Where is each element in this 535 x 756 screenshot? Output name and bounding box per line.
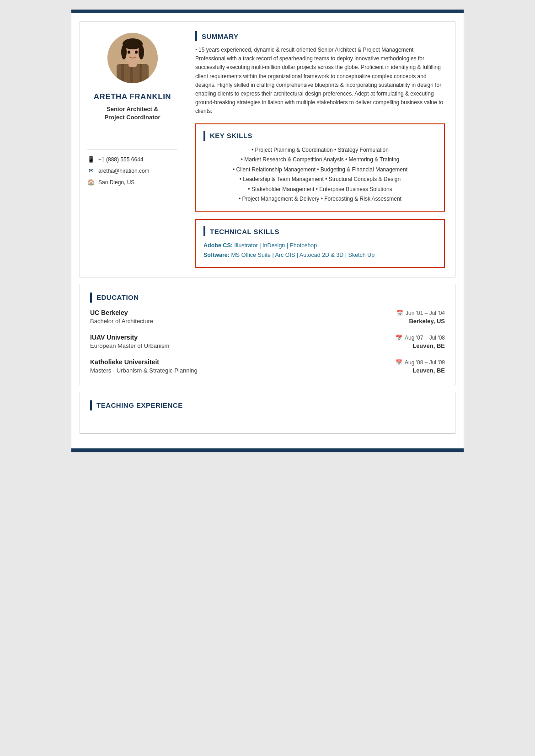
calendar-icon: 📅 <box>396 335 402 341</box>
key-skills-title: KEY SKILLS <box>210 132 252 139</box>
location-contact: 🏠 San Diego, US <box>87 179 177 186</box>
education-bar <box>90 293 92 303</box>
education-title: EDUCATION <box>96 293 139 301</box>
education-entries: UC Berkeley 📅 Jun '01 – Jul '04 Bachelor… <box>90 309 445 377</box>
email-icon: ✉ <box>87 167 95 174</box>
education-entry: UC Berkeley 📅 Jun '01 – Jul '04 Bachelor… <box>90 309 445 327</box>
tech-skill-line: Adobe CS: Illustrator | InDesign | Photo… <box>203 241 437 250</box>
key-skills-section: KEY SKILLS Project Planning & Coordinati… <box>195 123 445 212</box>
tech-skills-lines: Adobe CS: Illustrator | InDesign | Photo… <box>203 241 437 261</box>
tech-skill-line: Software: MS Office Suite | Arc GIS | Au… <box>203 250 437 260</box>
skill-item: Stakeholder Management • Enterprise Busi… <box>203 185 437 195</box>
education-entry: Katholieke Universiteit 📅 Aug '08 – Jul … <box>90 358 445 377</box>
skill-item: Market Research & Competition Analysis •… <box>203 155 437 165</box>
education-entry: IUAV University 📅 Aug '07 – Jul '08 Euro… <box>90 334 445 352</box>
candidate-title: Senior Architect & Project Coordinator <box>104 105 160 122</box>
education-heading: EDUCATION <box>90 293 445 303</box>
svg-point-9 <box>139 45 144 59</box>
top-bar <box>71 10 464 13</box>
key-skills-heading: KEY SKILLS <box>203 131 437 141</box>
skills-list: Project Planning & Coordination • Strate… <box>203 145 437 205</box>
candidate-name: ARETHA FRANKLiN <box>94 92 171 101</box>
technical-skills-section: TECHNICAL SKILLS Adobe CS: Illustrator |… <box>195 219 445 268</box>
svg-point-11 <box>135 51 138 54</box>
phone-icon: 📱 <box>87 156 95 163</box>
skill-item: Leadership & Team Management • Structura… <box>203 175 437 185</box>
edu-degree: Masters - Urbanism & Strategic Planning <box>90 367 198 374</box>
svg-point-8 <box>121 45 127 59</box>
svg-point-10 <box>128 51 130 54</box>
technical-skills-heading: TECHNICAL SKILLS <box>203 226 437 236</box>
edu-institution: UC Berkeley <box>90 309 128 316</box>
edu-institution: Katholieke Universiteit <box>90 358 159 366</box>
summary-heading: SUMMARY <box>195 31 445 41</box>
edu-institution: IUAV University <box>90 334 138 341</box>
teaching-title: TEACHING EXPERIENCE <box>96 401 183 409</box>
skill-item: Project Management & Delivery • Forecast… <box>203 194 437 204</box>
technical-skills-bar <box>203 226 205 236</box>
technical-skills-title: TECHNICAL SKILLS <box>210 228 279 235</box>
summary-title: SUMMARY <box>202 32 238 40</box>
edu-date: 📅 Aug '07 – Jul '08 <box>396 335 445 341</box>
skill-item: Client Relationship Management • Budgeti… <box>203 165 437 175</box>
edu-date: 📅 Jun '01 – Jul '04 <box>396 310 445 316</box>
edu-degree: Bachelor of Architecture <box>90 318 153 325</box>
location-value: San Diego, US <box>98 179 134 186</box>
top-section: ARETHA FRANKLiN Senior Architect & Proje… <box>80 21 455 277</box>
main-content: SUMMARY ~15 years experienced, dynamic &… <box>185 22 455 277</box>
contact-section: 📱 +1 (888) 555 6644 ✉ aretha@hiration.co… <box>87 149 177 190</box>
teaching-heading: TEACHING EXPERIENCE <box>90 400 445 410</box>
edu-location: Leuven, BE <box>412 342 445 349</box>
phone-contact: 📱 +1 (888) 555 6644 <box>87 156 177 163</box>
bottom-bar <box>71 448 464 452</box>
skill-item: Project Planning & Coordination • Strate… <box>203 145 437 155</box>
teaching-bar <box>90 400 92 410</box>
phone-value: +1 (888) 555 6644 <box>98 156 143 163</box>
edu-location: Berkeley, US <box>409 318 445 325</box>
edu-date: 📅 Aug '08 – Jul '09 <box>396 359 445 366</box>
svg-rect-2 <box>121 64 124 83</box>
key-skills-bar <box>203 131 205 141</box>
summary-bar <box>195 31 197 41</box>
summary-text: ~15 years experienced, dynamic & result-… <box>195 46 445 116</box>
svg-rect-3 <box>130 64 133 83</box>
avatar <box>107 33 158 83</box>
edu-location: Leuven, BE <box>412 367 445 374</box>
teaching-experience-section: TEACHING EXPERIENCE <box>80 392 455 434</box>
sidebar: ARETHA FRANKLiN Senior Architect & Proje… <box>80 22 185 277</box>
edu-degree: European Master of Urbanism <box>90 342 169 349</box>
email-contact: ✉ aretha@hiration.com <box>87 167 177 174</box>
calendar-icon: 📅 <box>396 310 403 316</box>
education-section: EDUCATION UC Berkeley 📅 Jun '01 – Jul '0… <box>80 284 455 385</box>
calendar-icon: 📅 <box>396 359 402 366</box>
svg-rect-4 <box>139 64 142 83</box>
location-icon: 🏠 <box>87 179 95 186</box>
email-value: aretha@hiration.com <box>98 168 150 174</box>
